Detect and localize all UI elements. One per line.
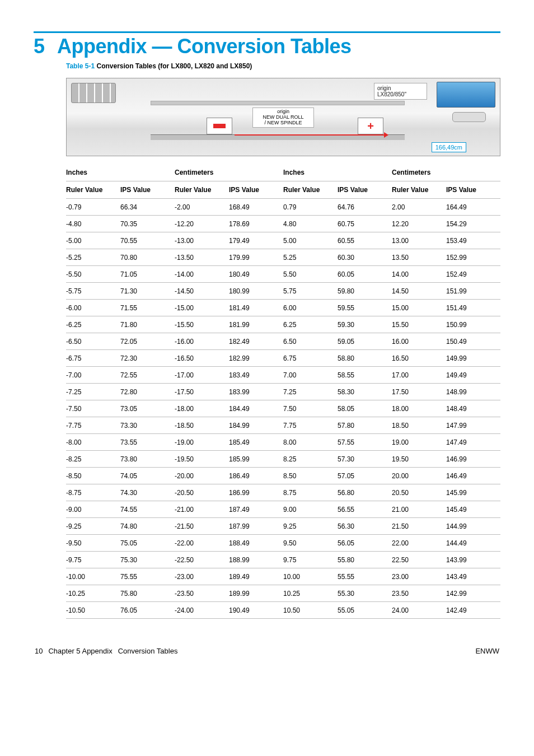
table-cell: -19.00 bbox=[175, 434, 229, 451]
table-cell: 142.99 bbox=[446, 585, 500, 602]
table-cell: -10.25 bbox=[66, 585, 120, 602]
dimension-arrow-icon bbox=[235, 134, 388, 136]
table-cell: 9.25 bbox=[283, 518, 338, 535]
col-group-inches-1: Inches bbox=[66, 166, 175, 181]
table-cell: -9.50 bbox=[66, 535, 120, 552]
table-cell: 6.25 bbox=[283, 316, 338, 333]
table-cell: 75.05 bbox=[120, 535, 175, 552]
table-cell: 20.50 bbox=[392, 484, 446, 501]
table-cell: 59.05 bbox=[338, 333, 392, 350]
table-cell: 21.00 bbox=[392, 501, 446, 518]
table-cell: 72.55 bbox=[120, 367, 175, 384]
table-cell: 59.30 bbox=[338, 316, 392, 333]
page-footer: 10 Chapter 5 Appendix Conversion Tables … bbox=[34, 647, 500, 655]
table-cell: 178.69 bbox=[229, 216, 283, 232]
table-cell: -15.00 bbox=[175, 300, 229, 316]
table-cell: 5.25 bbox=[283, 249, 338, 266]
table-cell: 60.55 bbox=[338, 232, 392, 249]
table-cell: 145.99 bbox=[446, 484, 500, 501]
col-ips-3: IPS Value bbox=[338, 181, 392, 199]
table-cell: 9.00 bbox=[283, 501, 338, 518]
table-cell: -18.00 bbox=[175, 400, 229, 417]
table-cell: 147.49 bbox=[446, 434, 500, 451]
table-cell: -16.50 bbox=[175, 350, 229, 367]
table-cell: 60.30 bbox=[338, 249, 392, 266]
table-cell: 58.30 bbox=[338, 384, 392, 400]
table-cell: -8.00 bbox=[66, 434, 120, 451]
table-cell: 186.49 bbox=[229, 468, 283, 484]
table-row: -9.7575.30-22.50188.999.7555.8022.50143.… bbox=[66, 552, 500, 568]
table-row: -10.5076.05-24.00190.4910.5055.0524.0014… bbox=[66, 602, 500, 619]
diagram-bar bbox=[151, 101, 405, 105]
table-cell: 59.55 bbox=[338, 300, 392, 316]
table-cell: -22.50 bbox=[175, 552, 229, 568]
col-group-cm-2: Centimeters bbox=[392, 166, 500, 181]
table-row: -7.7573.30-18.50184.997.7557.8018.50147.… bbox=[66, 417, 500, 434]
table-row: -5.5071.05-14.00180.495.5060.0514.00152.… bbox=[66, 266, 500, 283]
table-cell: 60.05 bbox=[338, 266, 392, 283]
origin-line2: LX820/850" bbox=[377, 91, 406, 97]
table-row: -0.7966.34-2.00168.490.7964.762.00164.49 bbox=[66, 199, 500, 216]
table-row: -9.0074.55-21.00187.499.0056.5521.00145.… bbox=[66, 501, 500, 518]
caption-label: Table 5-1 bbox=[66, 62, 95, 70]
reel-icon bbox=[71, 83, 116, 103]
table-row: -8.0073.55-19.00185.498.0057.5519.00147.… bbox=[66, 434, 500, 451]
table-cell: -18.50 bbox=[175, 417, 229, 434]
table-cell: -21.50 bbox=[175, 518, 229, 535]
table-cell: 55.30 bbox=[338, 585, 392, 602]
table-cell: 8.25 bbox=[283, 451, 338, 468]
table-cell: 144.49 bbox=[446, 535, 500, 552]
table-cell: -8.50 bbox=[66, 468, 120, 484]
table-cell: 74.05 bbox=[120, 468, 175, 484]
table-cell: 142.49 bbox=[446, 602, 500, 619]
table-cell: -7.00 bbox=[66, 367, 120, 384]
table-cell: 6.00 bbox=[283, 300, 338, 316]
table-cell: 66.34 bbox=[120, 199, 175, 216]
table-cell: 71.30 bbox=[120, 283, 175, 300]
table-cell: 70.80 bbox=[120, 249, 175, 266]
plus-glyph: + bbox=[367, 120, 374, 133]
table-cell: 182.49 bbox=[229, 333, 283, 350]
table-cell: 180.99 bbox=[229, 283, 283, 300]
table-row: -10.0075.55-23.00189.4910.0055.5523.0014… bbox=[66, 568, 500, 585]
table-header-sub-row: Ruler Value IPS Value Ruler Value IPS Va… bbox=[66, 181, 500, 199]
table-cell: 58.05 bbox=[338, 400, 392, 417]
plus-marker-icon: + bbox=[358, 118, 383, 134]
table-row: -9.5075.05-22.00188.499.5056.0522.00144.… bbox=[66, 535, 500, 552]
table-cell: 19.50 bbox=[392, 451, 446, 468]
table-row: -5.0070.55-13.00179.495.0060.5513.00153.… bbox=[66, 232, 500, 249]
table-cell: -7.25 bbox=[66, 384, 120, 400]
table-cell: 143.99 bbox=[446, 552, 500, 568]
footer-section: Conversion Tables bbox=[118, 647, 178, 655]
footer-chapter: Chapter 5 Appendix bbox=[48, 647, 112, 655]
page: 5 Appendix — Conversion Tables Table 5-1… bbox=[0, 0, 534, 678]
table-cell: 21.50 bbox=[392, 518, 446, 535]
table-cell: -24.00 bbox=[175, 602, 229, 619]
table-cell: 2.00 bbox=[392, 199, 446, 216]
table-cell: 73.30 bbox=[120, 417, 175, 434]
table-cell: 56.30 bbox=[338, 518, 392, 535]
table-cell: 18.00 bbox=[392, 400, 446, 417]
table-cell: 7.50 bbox=[283, 400, 338, 417]
table-cell: 148.49 bbox=[446, 400, 500, 417]
table-cell: 18.50 bbox=[392, 417, 446, 434]
table-cell: 7.75 bbox=[283, 417, 338, 434]
table-cell: -7.50 bbox=[66, 400, 120, 417]
table-cell: -5.50 bbox=[66, 266, 120, 283]
table-cell: 145.49 bbox=[446, 501, 500, 518]
table-cell: 148.99 bbox=[446, 384, 500, 400]
table-cell: 189.49 bbox=[229, 568, 283, 585]
table-cell: 184.99 bbox=[229, 417, 283, 434]
table-cell: 7.00 bbox=[283, 367, 338, 384]
table-cell: 71.55 bbox=[120, 300, 175, 316]
table-cell: -14.50 bbox=[175, 283, 229, 300]
table-row: -7.5073.05-18.00184.497.5058.0518.00148.… bbox=[66, 400, 500, 417]
table-row: -8.5074.05-20.00186.498.5057.0520.00146.… bbox=[66, 468, 500, 484]
table-cell: 56.80 bbox=[338, 484, 392, 501]
table-cell: 55.05 bbox=[338, 602, 392, 619]
table-cell: 151.49 bbox=[446, 300, 500, 316]
table-cell: 73.55 bbox=[120, 434, 175, 451]
table-cell: 23.50 bbox=[392, 585, 446, 602]
table-cell: 19.00 bbox=[392, 434, 446, 451]
table-cell: -13.50 bbox=[175, 249, 229, 266]
